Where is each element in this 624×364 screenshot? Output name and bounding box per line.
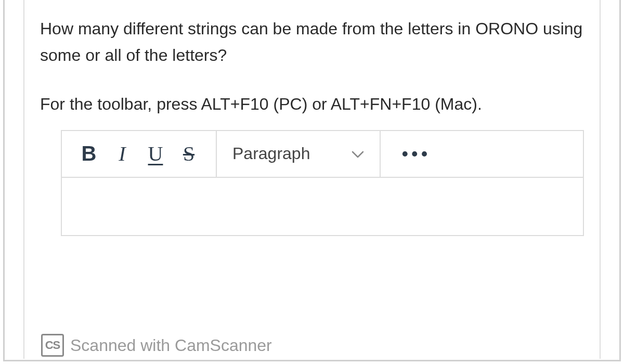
editor-toolbar: B I U S Paragraph ••• — [62, 131, 583, 178]
bold-button[interactable]: B — [72, 137, 106, 171]
more-options-button[interactable]: ••• — [381, 131, 451, 177]
camscanner-badge-icon: CS — [41, 334, 64, 357]
paragraph-format-select[interactable]: Paragraph — [217, 131, 381, 177]
watermark-text: Scanned with CamScanner — [70, 336, 272, 355]
text-format-group: B I U S — [62, 131, 217, 177]
strikethrough-button[interactable]: S — [172, 137, 205, 171]
question-prompt: How many different strings can be made f… — [40, 16, 584, 69]
italic-button[interactable]: I — [106, 137, 139, 171]
page-frame: How many different strings can be made f… — [3, 0, 621, 361]
question-container: How many different strings can be made f… — [23, 0, 601, 359]
chevron-down-icon — [352, 146, 364, 162]
paragraph-format-label: Paragraph — [232, 144, 310, 163]
scanner-watermark: CS Scanned with CamScanner — [41, 334, 272, 357]
rich-text-editor: B I U S Paragraph ••• — [61, 130, 584, 236]
underline-button[interactable]: U — [139, 137, 172, 171]
toolbar-accessibility-hint: For the toolbar, press ALT+F10 (PC) or A… — [40, 89, 584, 120]
editor-content-area[interactable] — [62, 178, 583, 235]
